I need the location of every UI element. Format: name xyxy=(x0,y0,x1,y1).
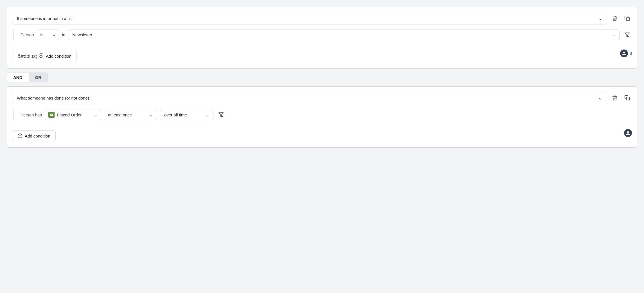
main-select-1-label: If someone is in or not in a list xyxy=(17,16,73,21)
placed-order-label: Placed Order xyxy=(57,112,82,117)
newsletter-chevron: ⌄ xyxy=(612,32,615,37)
is-select[interactable]: is ⌄ xyxy=(37,30,59,40)
shopify-bag-icon xyxy=(48,112,55,118)
user-icon-1 xyxy=(620,49,628,57)
main-select-1-chevron: ⌄ xyxy=(598,15,602,21)
condition-body-2: Person has Placed Order ⌄ at least once … xyxy=(13,109,632,120)
at-least-select[interactable]: at least once ⌄ xyxy=(104,110,157,120)
user-badge-1: 3 xyxy=(620,49,632,57)
condition-header-2: What someone has done (or not done) ⌄ xyxy=(12,92,632,104)
person-label-1: Person xyxy=(21,32,34,37)
user-count-1: 3 xyxy=(630,51,632,56)
person-icon-1 xyxy=(622,51,626,56)
add-condition-label-1: Add condition xyxy=(46,54,71,58)
add-condition-button-1[interactable]: &#oplus; Add condition xyxy=(12,50,77,62)
person-has-label: Person has xyxy=(21,112,42,117)
or-button[interactable]: OR xyxy=(29,73,48,82)
is-select-chevron: ⌄ xyxy=(52,32,56,37)
placed-order-chevron: ⌄ xyxy=(94,112,97,118)
delete-button-1[interactable] xyxy=(610,13,620,23)
filter-icon-2 xyxy=(218,112,224,118)
circle-plus-icon-1 xyxy=(39,53,44,58)
main-select-2[interactable]: What someone has done (or not done) ⌄ xyxy=(12,92,607,104)
footer-row-1: &#oplus; Add condition 3 xyxy=(12,44,632,62)
is-select-label: is xyxy=(40,32,44,37)
copy-button-1[interactable] xyxy=(622,13,632,23)
at-least-chevron: ⌄ xyxy=(149,112,153,118)
and-label: AND xyxy=(13,75,22,80)
condition-header-1: If someone is in or not in a list ⌄ xyxy=(12,12,632,24)
over-all-select[interactable]: over all time ⌄ xyxy=(160,110,213,120)
trash-icon xyxy=(612,15,618,21)
condition-body-1: Person is ⌄ in Newsletter ⌄ xyxy=(13,30,632,40)
over-all-chevron: ⌄ xyxy=(206,112,209,118)
plus-icon-1: &#oplus; xyxy=(17,53,44,59)
filter-button-1[interactable] xyxy=(622,30,632,40)
person-icon-2 xyxy=(626,131,630,135)
trash-icon-2 xyxy=(612,95,618,101)
main-select-2-label: What someone has done (or not done) xyxy=(17,96,89,100)
and-or-bar: AND OR xyxy=(7,73,637,82)
over-all-label: over all time xyxy=(164,112,187,117)
footer-row-2: Add condition xyxy=(12,125,632,141)
placed-order-select[interactable]: Placed Order ⌄ xyxy=(45,109,101,120)
at-least-label: at least once xyxy=(108,112,132,117)
newsletter-select-label: Newsletter xyxy=(72,32,92,37)
condition-row-1: Person is ⌄ in Newsletter ⌄ xyxy=(21,30,632,40)
in-label: in xyxy=(62,32,66,37)
svg-rect-8 xyxy=(48,112,55,118)
and-button[interactable]: AND xyxy=(7,73,29,82)
copy-icon-2 xyxy=(624,95,630,101)
newsletter-select[interactable]: Newsletter ⌄ xyxy=(68,30,620,40)
delete-button-2[interactable] xyxy=(610,93,620,103)
svg-marker-9 xyxy=(219,113,224,117)
svg-rect-7 xyxy=(627,97,630,100)
circle-plus-icon-2 xyxy=(17,133,22,138)
filter-icon-1 xyxy=(624,32,630,38)
main-select-2-chevron: ⌄ xyxy=(598,95,602,101)
condition-row-2: Person has Placed Order ⌄ at least once … xyxy=(21,109,632,120)
main-select-1[interactable]: If someone is in or not in a list ⌄ xyxy=(12,12,607,24)
copy-button-2[interactable] xyxy=(622,93,632,103)
add-condition-label-2: Add condition xyxy=(25,134,50,138)
add-condition-button-2[interactable]: Add condition xyxy=(12,130,56,141)
copy-icon xyxy=(624,15,630,21)
svg-marker-1 xyxy=(625,33,630,37)
condition-block-2: What someone has done (or not done) ⌄ Pe… xyxy=(7,86,637,148)
condition-block-1: If someone is in or not in a list ⌄ Pers… xyxy=(7,7,637,69)
filter-button-2[interactable] xyxy=(216,110,226,120)
user-icon-2 xyxy=(624,129,632,137)
svg-rect-0 xyxy=(627,18,630,21)
or-label: OR xyxy=(35,75,42,80)
